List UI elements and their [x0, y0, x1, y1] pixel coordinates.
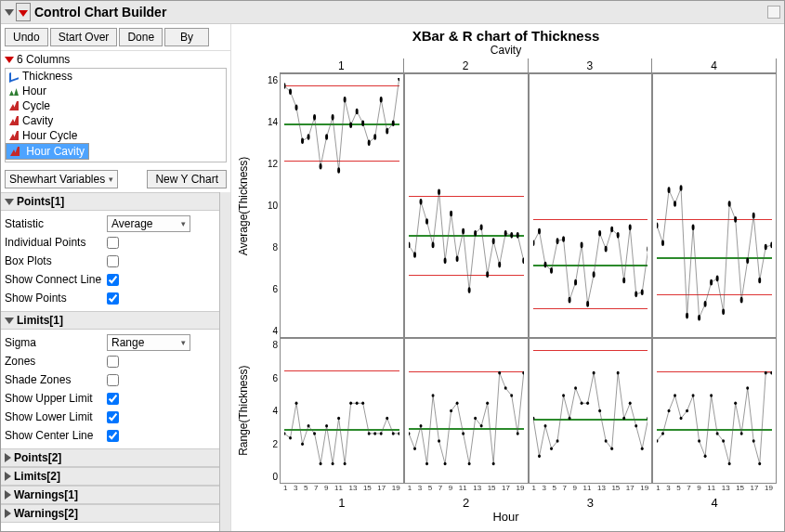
svg-point-88: [332, 462, 334, 466]
column-item-cavity[interactable]: Cavity: [6, 113, 226, 128]
columns-header[interactable]: 6 Columns: [1, 50, 230, 68]
svg-point-47: [574, 279, 577, 286]
section-points2[interactable]: Points[2]: [1, 448, 219, 467]
sigma-select[interactable]: Range▾: [107, 334, 190, 351]
svg-point-81: [289, 436, 292, 440]
chart-panel[interactable]: [280, 338, 404, 484]
svg-point-62: [668, 187, 671, 193]
nom-icon: [9, 116, 19, 125]
svg-point-37: [510, 232, 513, 239]
chart-panel[interactable]: [404, 73, 529, 338]
svg-point-17: [386, 128, 388, 135]
svg-point-43: [550, 267, 553, 274]
chart-panel[interactable]: [529, 73, 653, 338]
svg-point-60: [657, 222, 658, 228]
svg-point-159: [771, 371, 772, 375]
lower-limit-checkbox[interactable]: [107, 411, 119, 423]
svg-point-13: [361, 120, 364, 126]
column-item-cycle[interactable]: Cycle: [6, 98, 226, 113]
by-button[interactable]: By: [164, 28, 209, 46]
column-item-thickness[interactable]: Thickness: [6, 69, 226, 84]
chart-panel[interactable]: [280, 73, 404, 338]
svg-point-145: [686, 409, 688, 413]
shade-zones-checkbox[interactable]: [107, 374, 119, 386]
svg-point-70: [716, 276, 719, 282]
column-item-hour-cycle[interactable]: Hour Cycle: [6, 128, 226, 143]
svg-point-148: [704, 455, 707, 459]
svg-point-157: [758, 462, 761, 466]
xlabel: Hour: [235, 510, 777, 524]
statistic-select[interactable]: Average▾: [107, 215, 190, 232]
show-points-checkbox[interactable]: [107, 292, 119, 305]
section-warnings1[interactable]: Warnings[1]: [1, 486, 219, 504]
svg-point-49: [586, 301, 589, 307]
svg-point-65: [686, 313, 688, 319]
svg-point-128: [580, 402, 582, 406]
column-item-hour[interactable]: Hour: [6, 84, 226, 98]
column-item-hour-cavity[interactable]: Hour Cavity: [6, 143, 89, 160]
svg-point-109: [462, 432, 464, 435]
detach-button[interactable]: [767, 6, 780, 19]
svg-point-119: [522, 371, 523, 375]
svg-point-97: [386, 417, 388, 421]
svg-point-155: [746, 386, 749, 390]
chart-panel[interactable]: [652, 73, 777, 338]
svg-point-87: [325, 424, 328, 428]
svg-point-27: [450, 211, 452, 217]
undo-button[interactable]: Undo: [5, 28, 48, 46]
svg-point-23: [425, 218, 428, 225]
svg-point-54: [616, 232, 619, 239]
svg-point-8: [332, 114, 334, 121]
svg-point-137: [635, 424, 637, 428]
start-over-button[interactable]: Start Over: [50, 28, 118, 46]
zones-checkbox[interactable]: [107, 356, 119, 368]
svg-point-31: [474, 230, 477, 237]
red-menu-icon[interactable]: [5, 57, 14, 63]
svg-point-4: [307, 134, 310, 140]
section-limits1[interactable]: Limits[1]: [1, 311, 219, 330]
chart-panel[interactable]: [404, 338, 529, 484]
svg-point-105: [438, 439, 440, 443]
svg-point-111: [474, 417, 477, 421]
svg-point-146: [692, 395, 695, 398]
new-y-chart-button[interactable]: New Y Chart: [147, 170, 227, 188]
xaxis-cavity-4: 1357911131517194: [652, 484, 777, 510]
ylabel-bot: Range(Thickness): [235, 338, 252, 484]
window-titlebar: Control Chart Builder: [1, 1, 784, 24]
svg-point-86: [320, 462, 322, 466]
svg-point-25: [438, 188, 440, 195]
done-button[interactable]: Done: [119, 28, 163, 46]
chart-cavity-label: Cavity: [235, 44, 777, 57]
connect-line-checkbox[interactable]: [107, 274, 119, 286]
svg-point-82: [295, 402, 298, 406]
chart-panel[interactable]: [529, 338, 653, 484]
individual-points-checkbox[interactable]: [107, 237, 119, 249]
section-points1[interactable]: Points[1]: [1, 192, 219, 211]
center-line-checkbox[interactable]: [107, 430, 119, 442]
svg-point-32: [479, 225, 482, 231]
svg-point-39: [522, 258, 523, 265]
svg-point-144: [680, 417, 683, 421]
upper-limit-checkbox[interactable]: [107, 393, 119, 405]
svg-point-126: [568, 417, 570, 421]
svg-point-66: [692, 225, 695, 231]
svg-point-131: [598, 409, 601, 413]
svg-point-50: [592, 271, 595, 278]
svg-point-143: [674, 395, 676, 398]
ylabel-top: Average(Thickness): [235, 73, 252, 338]
section-warnings2[interactable]: Warnings[2]: [1, 504, 219, 523]
red-menu-icon[interactable]: [16, 3, 31, 21]
box-plots-checkbox[interactable]: [107, 255, 119, 267]
left-scrollbar[interactable]: [219, 192, 230, 531]
svg-point-153: [734, 402, 737, 406]
svg-point-122: [543, 424, 546, 428]
chart-panel[interactable]: [652, 338, 777, 484]
section-limits2[interactable]: Limits[2]: [1, 467, 219, 486]
disclosure-icon[interactable]: [5, 9, 14, 16]
shewhart-dropdown[interactable]: Shewhart Variables ▾: [5, 170, 118, 188]
svg-point-74: [740, 297, 743, 304]
svg-point-85: [313, 432, 316, 435]
svg-point-130: [592, 371, 595, 375]
svg-point-53: [610, 227, 613, 233]
svg-point-26: [443, 258, 446, 265]
